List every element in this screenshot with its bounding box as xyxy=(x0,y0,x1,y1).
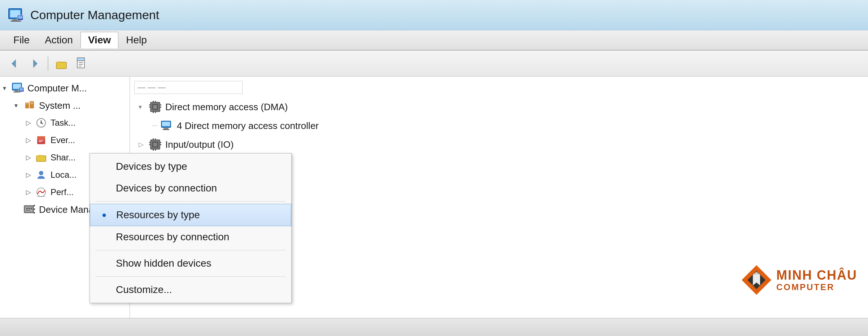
event-icon xyxy=(35,134,48,147)
right-tree-dma[interactable]: ▾ Direct memory access (DMA) xyxy=(134,98,864,116)
bullet-devices-conn xyxy=(101,184,112,193)
svg-rect-12 xyxy=(79,64,83,65)
toolbar xyxy=(0,51,868,77)
svg-rect-60 xyxy=(164,128,168,129)
local-label: Loca... xyxy=(51,170,77,180)
svg-rect-69 xyxy=(153,138,154,140)
svg-rect-66 xyxy=(149,144,151,145)
svg-rect-44 xyxy=(34,205,35,206)
dma-label: Direct memory access (DMA) xyxy=(165,102,288,113)
right-tree-io[interactable]: ▷ Input/output (IO) xyxy=(134,135,864,154)
toolbar-separator xyxy=(48,56,48,71)
event-label: Ever... xyxy=(51,135,75,145)
bullet-show-hidden xyxy=(101,259,112,268)
back-button[interactable] xyxy=(5,54,24,73)
svg-rect-49 xyxy=(153,105,157,109)
menu-bar: File Action View Help xyxy=(0,30,868,51)
brand-logo-icon xyxy=(740,264,773,296)
tree-item-event[interactable]: ▷ Ever... xyxy=(0,132,130,149)
shared-label: Shar... xyxy=(51,152,75,163)
menu-help[interactable]: Help xyxy=(118,32,154,48)
resources-by-connection-label: Resources by connection xyxy=(116,231,229,243)
dropdown-separator-2 xyxy=(96,250,285,250)
menu-devices-by-connection[interactable]: Devices by connection xyxy=(90,177,291,199)
brand-text: MINH CHÂU COMPUTER xyxy=(776,268,857,292)
svg-rect-68 xyxy=(160,144,161,145)
task-icon xyxy=(35,116,48,129)
computer-mgmt-label: Computer M... xyxy=(27,83,87,94)
tree-item-computer-management[interactable]: ▾ Computer M... xyxy=(0,79,130,97)
right-tree-dma-ctrl[interactable]: ┄┄ 4 Direct memory access controller xyxy=(134,116,864,135)
svg-rect-71 xyxy=(153,149,154,151)
svg-rect-30 xyxy=(37,136,45,139)
menu-resources-by-type[interactable]: ● Resources by type xyxy=(90,204,291,226)
dma-arrow: ▾ xyxy=(139,103,147,111)
dropdown-separator-3 xyxy=(96,276,285,277)
tree-arrow-perf: ▷ xyxy=(26,188,33,196)
bullet-resources-type: ● xyxy=(102,210,112,220)
svg-rect-65 xyxy=(149,142,151,143)
tree-arrow-event: ▷ xyxy=(26,136,33,144)
menu-customize[interactable]: Customize... xyxy=(90,279,291,301)
system-tools-icon xyxy=(23,99,36,112)
tree-arrow-task: ▷ xyxy=(26,119,33,127)
bullet-resources-conn xyxy=(101,232,112,242)
main-area: ▾ Computer M... ▾ xyxy=(0,77,868,318)
menu-devices-by-type[interactable]: Devices by type xyxy=(90,156,291,177)
show-hidden-devices-label: Show hidden devices xyxy=(116,258,211,269)
svg-marker-7 xyxy=(33,59,38,68)
menu-action[interactable]: Action xyxy=(37,32,80,48)
svg-rect-33 xyxy=(36,156,46,161)
devices-by-type-label: Devices by type xyxy=(116,161,187,172)
tree-item-task[interactable]: ▷ Task... xyxy=(0,114,130,132)
properties-button[interactable] xyxy=(72,54,91,73)
view-dropdown-menu: Devices by type Devices by connection ● … xyxy=(90,153,292,303)
menu-resources-by-connection[interactable]: Resources by connection xyxy=(90,226,291,248)
svg-rect-22 xyxy=(26,103,28,104)
svg-rect-13 xyxy=(79,66,82,66)
tree-arrow-local: ▷ xyxy=(26,171,33,179)
svg-rect-42 xyxy=(26,210,28,211)
computer-mgmt-icon xyxy=(12,82,25,95)
svg-rect-45 xyxy=(34,208,35,210)
svg-rect-70 xyxy=(155,138,156,140)
svg-rect-11 xyxy=(79,62,83,63)
svg-rect-31 xyxy=(39,140,44,141)
forward-button[interactable] xyxy=(25,54,44,73)
svg-rect-43 xyxy=(29,210,30,211)
svg-rect-23 xyxy=(30,102,33,103)
brand-name: MINH CHÂU xyxy=(776,268,857,283)
tree-item-system-tools[interactable]: ▾ System ... xyxy=(0,97,130,114)
perf-label: Perf... xyxy=(51,187,74,197)
device-manager-icon xyxy=(23,203,36,216)
dma-chip-icon xyxy=(149,100,162,113)
dma-ctrl-monitor-icon xyxy=(160,119,173,132)
menu-view[interactable]: View xyxy=(80,32,118,48)
shared-icon xyxy=(35,151,48,164)
title-bar: Computer Management xyxy=(0,0,868,30)
branding: MINH CHÂU COMPUTER xyxy=(740,264,857,296)
io-chip-icon xyxy=(149,138,162,151)
devices-by-connection-label: Devices by connection xyxy=(116,182,217,194)
open-button[interactable] xyxy=(52,54,71,73)
bullet-devices-type xyxy=(101,162,112,171)
menu-show-hidden-devices[interactable]: Show hidden devices xyxy=(90,253,291,274)
resources-by-type-label: Resources by type xyxy=(116,209,200,221)
svg-marker-6 xyxy=(12,59,16,68)
system-tools-label: System ... xyxy=(39,100,81,111)
svg-rect-39 xyxy=(26,208,28,209)
svg-rect-40 xyxy=(29,208,30,209)
svg-rect-46 xyxy=(34,212,35,214)
perf-icon xyxy=(35,186,48,199)
tree-arrow-sys: ▾ xyxy=(14,102,22,109)
address-bar[interactable]: — — — xyxy=(138,83,166,92)
svg-rect-41 xyxy=(31,208,32,209)
tree-arrow-shared: ▷ xyxy=(26,154,33,161)
svg-rect-19 xyxy=(19,88,23,91)
dropdown-separator-1 xyxy=(96,201,285,202)
app-icon xyxy=(7,7,25,24)
svg-rect-64 xyxy=(153,143,157,146)
svg-rect-8 xyxy=(56,62,66,69)
menu-file[interactable]: File xyxy=(6,32,37,48)
dma-ctrl-label: 4 Direct memory access controller xyxy=(177,120,319,132)
